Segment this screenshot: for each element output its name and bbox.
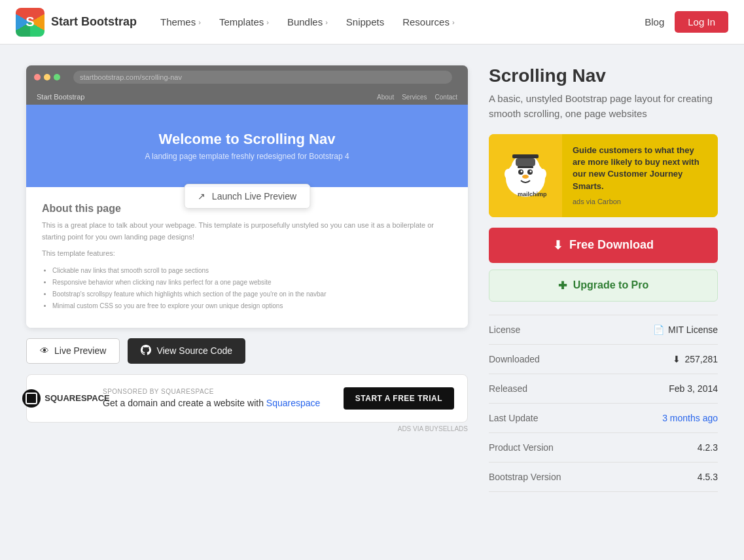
last-update-value: 3 months ago xyxy=(662,413,718,423)
sponsor-content: SPONSORED BY SQUARESPACE Get a domain an… xyxy=(103,388,333,408)
chevron-right-icon: › xyxy=(266,18,269,26)
main-nav: Themes › Templates › Bundles › Snippets … xyxy=(152,11,645,33)
released-value: Feb 3, 2014 xyxy=(669,383,718,394)
preview-card: startbootstrap.com/scrolling-nav Start B… xyxy=(26,65,468,328)
ad-content: Guide customers to what they are more li… xyxy=(562,134,718,217)
nav-snippets[interactable]: Snippets xyxy=(338,11,392,33)
squarespace-brand: SQUARESPACE xyxy=(22,389,109,408)
chevron-right-icon: › xyxy=(198,18,201,26)
info-row-license: License 📄 MIT License xyxy=(489,315,718,345)
info-row-downloaded: Downloaded ⬇ 257,281 xyxy=(489,345,718,374)
mailchimp-logo: mailchimp xyxy=(489,134,562,217)
ad-card: mailchimp Guide customers to what they a… xyxy=(489,134,718,217)
squarespace-circle-icon xyxy=(22,389,41,408)
svg-point-9 xyxy=(522,175,529,179)
sponsor-cta-button[interactable]: START A FREE TRIAL xyxy=(344,387,454,410)
svg-point-8 xyxy=(530,171,532,173)
last-update-label: Last Update xyxy=(489,413,539,423)
svg-rect-4 xyxy=(518,166,533,168)
svg-text:mailchimp: mailchimp xyxy=(518,191,547,198)
plus-icon: ✚ xyxy=(558,279,567,292)
info-row-released: Released Feb 3, 2014 xyxy=(489,374,718,404)
sponsor-text: Get a domain and create a website with S… xyxy=(103,398,333,408)
sponsor-label: SPONSORED BY SQUARESPACE xyxy=(103,388,333,395)
bootstrap-version-label: Bootstrap Version xyxy=(489,472,561,482)
license-value: 📄 MIT License xyxy=(653,324,718,335)
download-icon: ⬇ xyxy=(553,238,563,253)
product-version-value: 4.2.3 xyxy=(698,442,718,453)
squarespace-link[interactable]: Squarespace xyxy=(266,398,321,408)
preview-inner: startbootstrap.com/scrolling-nav Start B… xyxy=(26,65,468,328)
squarespace-logo: SQUARESPACE xyxy=(40,385,92,411)
github-icon xyxy=(141,345,151,357)
nav-bundles[interactable]: Bundles › xyxy=(279,11,336,33)
svg-point-11 xyxy=(539,169,546,179)
download-count-icon: ⬇ xyxy=(673,354,681,364)
blog-link[interactable]: Blog xyxy=(645,16,664,27)
ads-label: ADS VIA BUYSELLADS xyxy=(26,425,468,432)
mailchimp-icon: mailchimp xyxy=(499,149,552,201)
chevron-right-icon: › xyxy=(452,18,455,26)
right-column: Scrolling Nav A basic, unstyled Bootstra… xyxy=(489,65,718,492)
brand-logo[interactable]: S Start Bootstrap xyxy=(16,8,137,37)
upgrade-to-pro-button[interactable]: ✚ Upgrade to Pro xyxy=(489,270,718,302)
svg-rect-2 xyxy=(512,154,539,158)
nav-templates[interactable]: Templates › xyxy=(211,11,277,33)
released-label: Released xyxy=(489,383,527,394)
downloaded-label: Downloaded xyxy=(489,354,540,364)
info-row-last-update: Last Update 3 months ago xyxy=(489,404,718,433)
svg-point-10 xyxy=(505,169,512,179)
brand-icon: S xyxy=(16,8,44,37)
nav-resources[interactable]: Resources › xyxy=(395,11,462,33)
main-content: startbootstrap.com/scrolling-nav Start B… xyxy=(0,44,744,513)
nav-themes[interactable]: Themes › xyxy=(152,11,209,33)
view-source-button[interactable]: View Source Code xyxy=(128,338,245,364)
sponsor-card: SQUARESPACE SPONSORED BY SQUARESPACE Get… xyxy=(26,374,468,423)
chevron-right-icon: › xyxy=(325,18,328,26)
squarespace-inner-icon xyxy=(26,393,37,404)
bootstrap-version-value: 4.5.3 xyxy=(698,472,718,482)
downloaded-value: ⬇ 257,281 xyxy=(673,354,718,364)
info-row-product-version: Product Version 4.2.3 xyxy=(489,433,718,463)
page-title: Scrolling Nav xyxy=(489,65,718,86)
overlay: ↗ Launch Live Preview xyxy=(26,65,468,328)
ad-text: Guide customers to what they are more li… xyxy=(573,145,707,192)
info-table: License 📄 MIT License Downloaded ⬇ 257,2… xyxy=(489,315,718,492)
launch-icon: ↗ xyxy=(198,191,205,201)
license-icon: 📄 xyxy=(653,324,664,335)
brand-name: Start Bootstrap xyxy=(51,15,137,29)
login-button[interactable]: Log In xyxy=(675,11,728,33)
svg-point-7 xyxy=(521,171,523,173)
left-column: startbootstrap.com/scrolling-nav Start B… xyxy=(26,65,468,492)
site-header: S Start Bootstrap Themes › Templates › B… xyxy=(0,0,744,44)
page-description: A basic, unstyled Bootstrap page layout … xyxy=(489,92,718,121)
svg-rect-3 xyxy=(516,158,535,166)
product-version-label: Product Version xyxy=(489,442,554,453)
action-buttons: 👁 Live Preview View Source Code xyxy=(26,338,468,364)
launch-preview-button[interactable]: ↗ Launch Live Preview xyxy=(184,184,310,209)
header-right: Blog Log In xyxy=(645,11,728,33)
eye-icon: 👁 xyxy=(40,345,49,356)
license-label: License xyxy=(489,324,520,335)
free-download-button[interactable]: ⬇ Free Download xyxy=(489,228,718,263)
live-preview-button[interactable]: 👁 Live Preview xyxy=(26,338,120,364)
info-row-bootstrap-version: Bootstrap Version 4.5.3 xyxy=(489,463,718,492)
ad-via-label: ads via Carbon xyxy=(573,198,621,205)
